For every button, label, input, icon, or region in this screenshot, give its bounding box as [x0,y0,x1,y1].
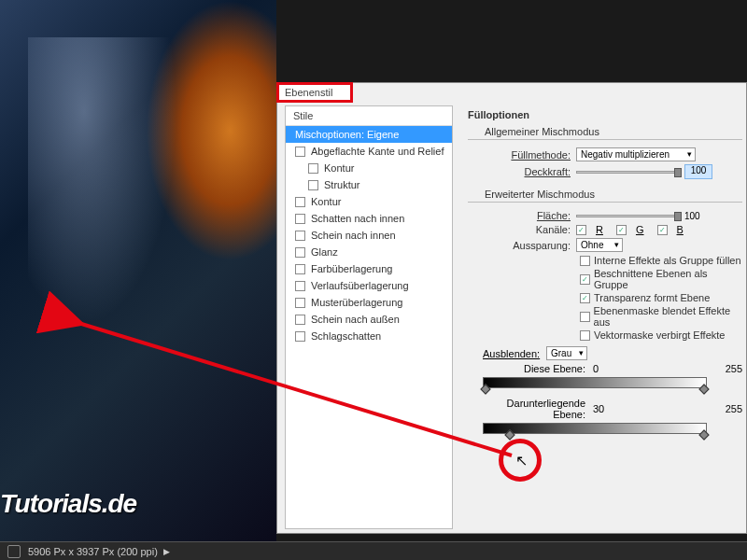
style-checkbox[interactable] [308,163,318,174]
transparency-checkbox[interactable] [580,293,590,303]
style-label: Schatten nach innen [311,213,404,224]
style-label: Schein nach innen [311,230,396,241]
style-label: Struktur [324,179,360,190]
style-item-4[interactable]: Kontur [286,193,452,210]
watermark-text: Tutorials.de [0,489,136,519]
style-checkbox[interactable] [295,231,305,241]
opacity-value[interactable]: 100 [684,164,712,179]
this-layer-hi: 255 [726,363,742,374]
inner-effects-checkbox[interactable] [580,256,590,266]
style-item-7[interactable]: Glanz [286,244,452,260]
channels-label: Kanäle: [486,224,571,235]
style-item-0[interactable]: Mischoptionen: Eigene [286,126,452,143]
cursor-icon: ↖ [515,452,528,469]
style-checkbox[interactable] [295,281,305,291]
channel-g-checkbox[interactable] [616,225,627,235]
fill-value: 100 [684,211,712,221]
style-item-9[interactable]: Verlaufsüberlagerung [286,277,452,294]
styles-header: Stile [286,106,452,126]
style-label: Kontur [324,162,354,174]
status-bar: 5906 Px x 3937 Px (200 ppi) ▶ [0,541,747,560]
channel-r-checkbox[interactable] [576,225,586,235]
chevron-right-icon[interactable]: ▶ [163,547,170,556]
fill-options-title: Fülloptionen [468,109,742,120]
style-label: Kontur [311,196,341,207]
opacity-slider[interactable] [576,171,679,174]
style-item-10[interactable]: Musterüberlagerung [286,294,452,311]
style-checkbox[interactable] [295,214,305,224]
general-blend-title: Allgemeiner Mischmodus [485,126,742,137]
style-checkbox[interactable] [295,197,305,207]
style-label: Verlaufsüberlagerung [311,280,409,291]
this-hi-stop[interactable] [698,384,709,394]
blendmode-select[interactable]: Negativ multiplizieren [576,147,696,161]
blendif-select[interactable]: Grau [546,346,587,360]
style-item-8[interactable]: Farbüberlagerung [286,260,452,277]
style-label: Abgeflachte Kante und Relief [311,146,444,157]
opacity-label: Deckkraft: [486,166,571,177]
style-item-1[interactable]: Abgeflachte Kante und Relief [286,143,452,160]
style-checkbox[interactable] [308,180,318,190]
style-label: Schlagschatten [311,330,381,342]
this-layer-gradient[interactable] [483,377,707,388]
canvas-preview: Tutorials.de [0,0,276,541]
status-dimensions: 5906 Px x 3937 Px (200 ppi) [28,546,158,557]
style-item-11[interactable]: Schein nach außen [286,311,452,328]
style-checkbox[interactable] [295,264,305,274]
knockout-label: Aussparung: [486,240,571,251]
style-item-3[interactable]: Struktur [286,176,452,193]
style-item-5[interactable]: Schatten nach innen [286,210,452,227]
style-checkbox[interactable] [295,331,305,342]
fill-label: Fläche: [486,210,571,221]
style-item-12[interactable]: Schlagschatten [286,328,452,344]
style-checkbox[interactable] [295,147,305,157]
style-item-6[interactable]: Schein nach innen [286,227,452,244]
under-layer-gradient[interactable] [483,423,707,434]
blendmode-label: Füllmethode: [486,149,571,161]
style-label: Farbüberlagerung [311,263,392,274]
style-label: Mischoptionen: Eigene [295,129,399,140]
style-checkbox[interactable] [295,315,305,325]
styles-list: Stile Mischoptionen: EigeneAbgeflachte K… [285,105,453,529]
under-layer-label: Darunterliegende Ebene: [483,398,585,420]
blendif-label: Ausblenden: [483,348,539,359]
style-checkbox[interactable] [295,298,305,308]
style-label: Glanz [311,246,338,258]
style-checkbox[interactable] [295,247,305,258]
clipped-layers-checkbox[interactable] [580,274,590,285]
style-label: Schein nach außen [311,314,400,325]
style-label: Musterüberlagerung [311,297,402,308]
this-layer-lo: 0 [593,363,599,374]
zoom-icon[interactable] [7,545,21,558]
this-layer-label: Diese Ebene: [483,363,585,374]
under-hi-stop[interactable] [698,429,709,440]
layermask-checkbox[interactable] [580,312,590,322]
this-lo-stop[interactable] [480,384,490,394]
vectormask-checkbox[interactable] [580,330,590,341]
dialog-title: Ebenenstil [276,82,353,103]
fill-slider[interactable] [576,215,679,217]
advanced-blend-title: Erweiterter Mischmodus [485,189,742,200]
under-layer-lo: 30 [593,403,604,414]
under-layer-hi: 255 [726,403,742,414]
channel-b-checkbox[interactable] [657,225,668,235]
style-item-2[interactable]: Kontur [286,160,452,176]
knockout-select[interactable]: Ohne [576,238,623,252]
